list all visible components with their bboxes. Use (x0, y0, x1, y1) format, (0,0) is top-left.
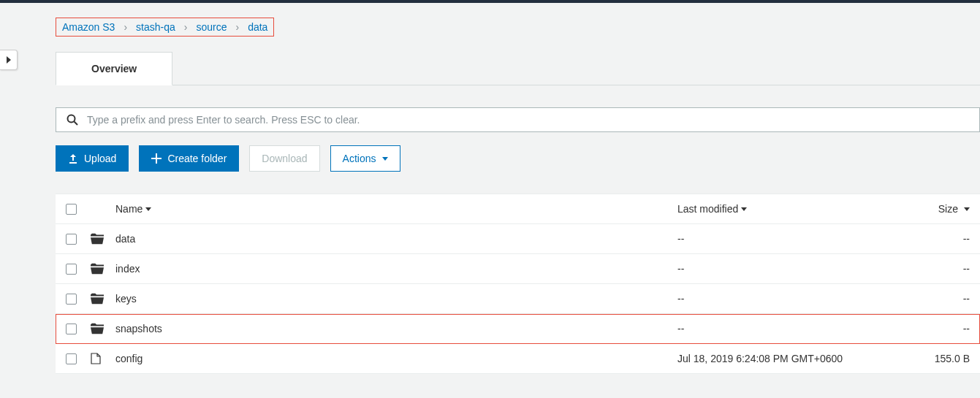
last-modified-cell: -- (677, 293, 911, 305)
object-name[interactable]: index (115, 263, 140, 275)
download-label: Download (262, 153, 307, 164)
create-folder-button[interactable]: Create folder (139, 145, 239, 172)
size-cell: -- (911, 323, 970, 334)
table-row[interactable]: snapshots---- (56, 314, 980, 344)
create-folder-label: Create folder (167, 153, 227, 164)
breadcrumb: Amazon S3 › stash-qa › source › data (56, 18, 274, 37)
caret-right-icon (7, 56, 11, 64)
object-name[interactable]: snapshots (115, 323, 162, 334)
folder-icon (91, 263, 115, 275)
last-modified-cell: Jul 18, 2019 6:24:08 PM GMT+0600 (677, 353, 911, 364)
last-modified-cell: -- (677, 263, 911, 275)
row-checkbox[interactable] (66, 353, 77, 364)
chevron-right-icon: › (184, 21, 188, 33)
folder-icon (91, 233, 115, 245)
size-cell: -- (911, 293, 970, 305)
actions-label: Actions (343, 153, 376, 164)
object-name[interactable]: config (115, 353, 143, 364)
object-table: Name Last modified Size data----index---… (56, 194, 980, 374)
sort-icon (145, 207, 151, 211)
object-name[interactable]: keys (115, 293, 137, 305)
breadcrumb-bucket[interactable]: stash-qa (136, 21, 175, 33)
breadcrumb-folder[interactable]: source (196, 21, 227, 33)
chevron-down-icon (382, 157, 388, 161)
row-checkbox[interactable] (66, 234, 77, 245)
column-size[interactable]: Size (911, 203, 970, 215)
table-row[interactable]: index---- (56, 254, 980, 284)
sidebar-toggle[interactable] (0, 50, 18, 70)
svg-line-1 (75, 122, 78, 126)
upload-button[interactable]: Upload (56, 145, 129, 172)
actions-dropdown[interactable]: Actions (330, 145, 400, 172)
plus-icon (151, 153, 162, 164)
file-icon (91, 353, 115, 364)
row-checkbox[interactable] (66, 294, 77, 305)
svg-point-0 (68, 115, 75, 123)
folder-icon (91, 293, 115, 305)
download-button: Download (249, 145, 319, 172)
tab-overview[interactable]: Overview (56, 52, 172, 85)
chevron-right-icon: › (235, 21, 239, 33)
upload-label: Upload (84, 153, 116, 164)
breadcrumb-root[interactable]: Amazon S3 (62, 21, 115, 33)
table-row[interactable]: data---- (56, 224, 980, 254)
folder-icon (91, 323, 115, 334)
chevron-right-icon: › (124, 21, 127, 33)
column-name[interactable]: Name (115, 203, 677, 215)
row-checkbox[interactable] (66, 324, 77, 334)
search-bar[interactable] (56, 107, 980, 132)
breadcrumb-current[interactable]: data (248, 21, 267, 33)
sort-icon (741, 207, 747, 211)
table-header: Name Last modified Size (56, 194, 980, 224)
search-icon (67, 114, 78, 126)
row-checkbox[interactable] (66, 264, 77, 275)
table-row[interactable]: keys---- (56, 284, 980, 314)
column-last-modified[interactable]: Last modified (677, 203, 911, 215)
select-all-checkbox[interactable] (66, 204, 77, 215)
upload-icon (68, 153, 78, 164)
sort-icon (964, 207, 970, 211)
size-cell: -- (911, 263, 970, 275)
object-name[interactable]: data (115, 233, 135, 245)
table-row[interactable]: configJul 18, 2019 6:24:08 PM GMT+060015… (56, 344, 980, 374)
last-modified-cell: -- (677, 233, 911, 245)
last-modified-cell: -- (677, 323, 911, 334)
size-cell: -- (911, 233, 970, 245)
search-input[interactable] (87, 114, 969, 126)
size-cell: 155.0 B (911, 353, 970, 364)
